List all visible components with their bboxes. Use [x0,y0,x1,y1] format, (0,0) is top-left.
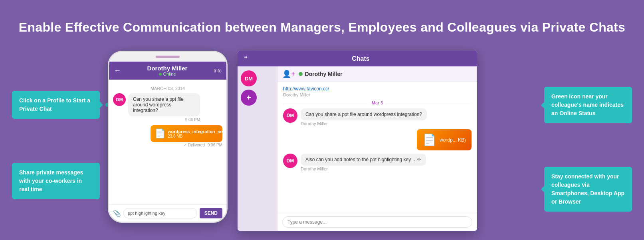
phone-chat-header: ← Dorothy Miller Online Info [109,62,226,80]
online-dot [159,73,162,76]
chat-contact-bar: 👤+ Dorothy Miller [277,66,477,82]
chat-bubble-row-1: DM Can you share a ppt file around wordp… [113,93,222,122]
chat-main: 👤+ Dorothy Miller http://www.favicon.cc/… [277,66,477,231]
desktop-file-attachment: 📄 wordp... KB) [417,129,472,150]
desktop-message-row-1: DM Can you share a ppt file around wordp… [283,108,472,126]
message-bubble-1: Can you share a ppt file around wordpres… [128,93,200,116]
online-status: Online [124,72,210,76]
send-button[interactable]: SEND [200,208,222,218]
link-message[interactable]: http://www.favicon.cc/ [283,86,329,92]
file-attachment: 📄 wordpress_integration_new.pptx 23.6 MB [151,125,222,142]
phone-input-area: 📎 ppt highlighting key SEND [109,204,226,222]
contact-name-header: Dorothy Miller [299,71,343,77]
desktop-message-row-2: DM Also can you add notes to the ppt hig… [283,154,472,171]
chats-title: Chats [251,55,471,62]
file-attachment-row: 📄 wordpress_integration_new.pptx 23.6 MB… [113,125,222,147]
back-button[interactable]: ← [114,66,121,75]
tooltip-stay-connected: Stay connected with your colleagues via … [544,167,632,212]
quote-icon: ❝ [244,55,248,62]
date-separator: Mar 3 [283,100,472,105]
sidebar-add-button[interactable]: + [241,90,257,106]
file-icon: 📄 [155,128,165,139]
previous-message: http://www.favicon.cc/ Dorothy Miller [283,86,472,97]
tooltip-share-messages: Share private messages with your co-work… [12,163,100,199]
attachment-icon[interactable]: 📎 [113,210,121,217]
desktop-input-row [277,213,477,231]
file-label: wordp... KB) [440,137,466,143]
desktop-bubble-2: Also can you add notes to the ppt highli… [301,154,426,166]
desktop-chat-body: DM + 👤+ Dorothy Miller http://www. [238,66,477,231]
desktop-bubble-1: Can you share a ppt file around wordpres… [301,108,427,120]
content-area: Click on a Profile to Start a Private Ch… [0,47,644,231]
chat-messages: http://www.favicon.cc/ Dorothy Miller Ma… [277,82,477,213]
desktop-chat-panel: ❝ Chats DM + 👤+ Dorothy Miller [238,51,477,231]
page-heading: Enable Effective Communication between M… [0,0,644,47]
ppt-file-icon: 📄 [422,133,436,146]
phone-text-input[interactable]: ppt highlighting key [123,208,197,218]
tooltip-click-profile: Click on a Profile to Start a Private Ch… [12,91,100,119]
desktop-text-input[interactable] [282,216,472,228]
chat-header-info: Dorothy Miller Online [124,65,210,76]
add-contact-icon[interactable]: 👤+ [282,70,295,78]
phone-notch [109,52,226,62]
tooltip-green-icon: Green icon near your colleague's name in… [544,87,632,123]
desktop-chat-header: ❝ Chats [238,51,477,66]
date-divider: MARCH 03, 2014 [113,86,222,91]
phone-mockup: ← Dorothy Miller Online Info MARCH 03, 2… [108,51,228,223]
desktop-file-row: 📄 wordp... KB) [283,129,472,150]
phone-chat-body: MARCH 03, 2014 DM Can you share a ppt fi… [109,80,226,204]
desktop-avatar-2: DM [283,154,297,168]
desktop-avatar-1: DM [283,108,297,123]
info-link[interactable]: Info [214,68,222,74]
chat-sidebar: DM + [238,66,277,231]
online-indicator [299,72,303,76]
phone-avatar: DM [113,93,126,106]
phone-contact-name: Dorothy Miller [124,65,210,72]
sidebar-avatar-dm[interactable]: DM [241,70,257,86]
